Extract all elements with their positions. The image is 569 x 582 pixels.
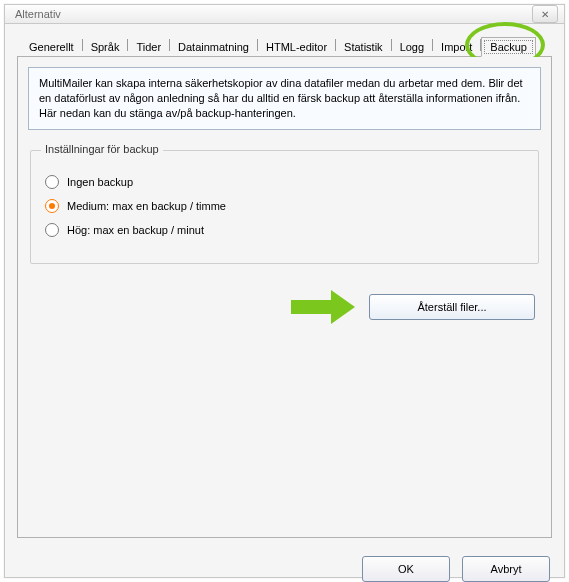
title-bar: Alternativ ✕	[5, 5, 564, 24]
radio-label: Ingen backup	[67, 176, 133, 188]
ok-button[interactable]: OK	[362, 556, 450, 582]
tab-tider[interactable]: Tider	[128, 38, 169, 56]
annotation-arrow-icon	[291, 290, 355, 324]
restore-row: Återställ filer...	[28, 290, 541, 324]
close-button[interactable]: ✕	[532, 5, 558, 23]
restore-button-label: Återställ filer...	[417, 301, 486, 313]
radio-label: Medium: max en backup / timme	[67, 200, 226, 212]
backup-settings-group: Inställningar för backup Ingen backup Me…	[30, 150, 539, 264]
radio-option-none[interactable]: Ingen backup	[45, 175, 524, 189]
dialog-window: Alternativ ✕ Generellt Språk Tider Datai…	[4, 4, 565, 578]
tab-statistik[interactable]: Statistik	[336, 38, 391, 56]
tab-generellt[interactable]: Generellt	[21, 38, 82, 56]
tab-backup[interactable]: Backup	[481, 37, 536, 57]
tab-panel-backup: MultiMailer kan skapa interna säkerhetsk…	[17, 57, 552, 538]
tab-import[interactable]: Import	[433, 38, 480, 56]
radio-icon	[45, 223, 59, 237]
tab-strip: Generellt Språk Tider Datainmatning HTML…	[17, 34, 552, 57]
dialog-button-row: OK Avbryt	[5, 546, 564, 582]
cancel-button-label: Avbryt	[491, 563, 522, 575]
info-text: MultiMailer kan skapa interna säkerhetsk…	[39, 77, 523, 119]
group-legend: Inställningar för backup	[41, 143, 163, 155]
radio-option-medium[interactable]: Medium: max en backup / timme	[45, 199, 524, 213]
tab-logg[interactable]: Logg	[392, 38, 432, 56]
restore-button[interactable]: Återställ filer...	[369, 294, 535, 320]
tab-datainmatning[interactable]: Datainmatning	[170, 38, 257, 56]
radio-label: Hög: max en backup / minut	[67, 224, 204, 236]
cancel-button[interactable]: Avbryt	[462, 556, 550, 582]
radio-icon	[45, 175, 59, 189]
tabs: Generellt Språk Tider Datainmatning HTML…	[21, 34, 552, 56]
tab-sprak[interactable]: Språk	[83, 38, 128, 56]
close-icon: ✕	[541, 9, 549, 20]
info-box: MultiMailer kan skapa interna säkerhetsk…	[28, 67, 541, 130]
radio-icon	[45, 199, 59, 213]
radio-option-high[interactable]: Hög: max en backup / minut	[45, 223, 524, 237]
dialog-content: Generellt Språk Tider Datainmatning HTML…	[5, 24, 564, 546]
tab-html-editor[interactable]: HTML-editor	[258, 38, 335, 56]
window-title: Alternativ	[15, 8, 61, 20]
ok-button-label: OK	[398, 563, 414, 575]
